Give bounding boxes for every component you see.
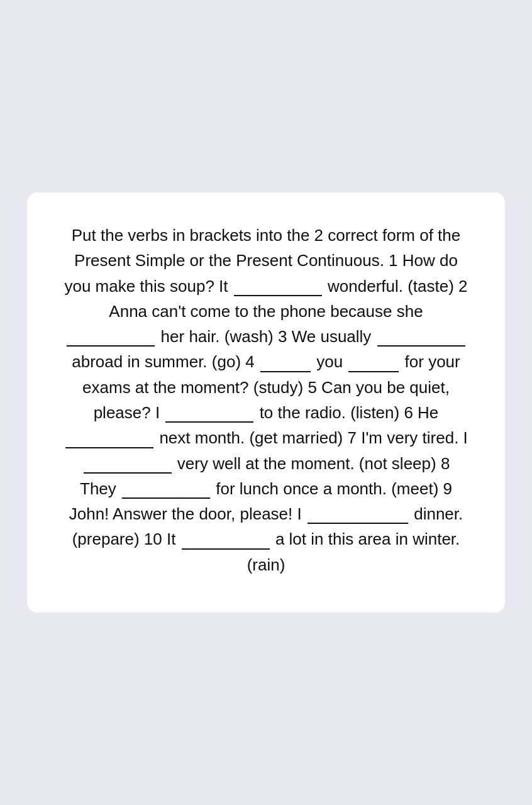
text-2: her hair. (wash) 3 We usually (156, 327, 375, 346)
exercise-card: Put the verbs in brackets into the 2 cor… (27, 192, 505, 613)
text-8: for lunch once a month. (meet) 9 John! A… (69, 479, 452, 523)
blank-1 (234, 295, 322, 296)
text-10: a lot in this area in winter. (rain) (247, 530, 460, 574)
text-5: to the radio. (listen) 6 He (255, 403, 438, 422)
text-4a: you (312, 352, 347, 371)
blank-4a (260, 371, 311, 372)
blank-8 (122, 497, 210, 499)
blank-5 (165, 421, 253, 423)
text-6: next month. (get married) 7 I'm very tir… (155, 428, 468, 447)
blank-2 (67, 345, 155, 347)
exercise-text: Put the verbs in brackets into the 2 cor… (62, 223, 470, 577)
blank-7 (84, 472, 172, 474)
text-3: abroad in summer. (go) 4 (72, 352, 259, 371)
blank-10 (182, 548, 270, 550)
blank-9 (308, 523, 408, 524)
blank-6 (65, 447, 153, 448)
blank-4b (348, 371, 399, 372)
blank-3 (377, 345, 465, 347)
